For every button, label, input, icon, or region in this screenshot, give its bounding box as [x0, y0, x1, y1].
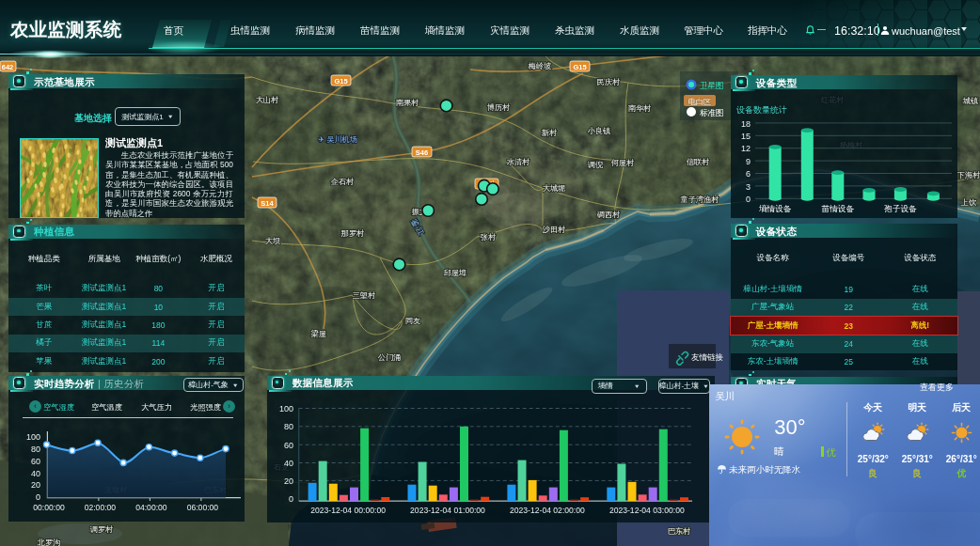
- svg-text:调倪: 调倪: [588, 161, 603, 169]
- svg-text:巴东村: 巴东村: [668, 527, 691, 536]
- svg-text:墒情设备: 墒情设备: [758, 204, 792, 213]
- svg-text:2023-12-04 01:00:00: 2023-12-04 01:00:00: [410, 505, 485, 514]
- svg-text:调罗村: 调罗村: [90, 525, 114, 534]
- svg-text:大城堀: 大城堀: [543, 184, 566, 193]
- svg-text:碉西村: 碉西村: [596, 211, 621, 219]
- svg-text:同友: 同友: [405, 317, 420, 325]
- svg-text:20: 20: [284, 476, 293, 485]
- svg-text:信联村: 信联村: [687, 158, 710, 166]
- svg-text:小良镇: 小良镇: [588, 127, 611, 135]
- svg-text:友情链接: 友情链接: [691, 352, 724, 362]
- svg-text:上饮: 上饮: [960, 198, 977, 207]
- svg-text:3: 3: [746, 182, 751, 192]
- svg-text:电白区: 电白区: [688, 98, 712, 106]
- svg-text:40: 40: [31, 469, 40, 478]
- svg-text:0: 0: [289, 494, 293, 504]
- svg-text:博历村: 博历村: [487, 103, 511, 112]
- svg-text:80: 80: [284, 422, 293, 431]
- svg-text:民庆村: 民庆村: [597, 78, 621, 86]
- svg-text:童子湾渔村: 童子湾渔村: [680, 195, 719, 204]
- svg-text:北罗沟: 北罗沟: [37, 538, 61, 546]
- svg-text:邱屋埠: 邱屋埠: [444, 269, 467, 277]
- svg-text:G15: G15: [334, 77, 347, 86]
- svg-text:60: 60: [31, 457, 40, 466]
- svg-text:南果村: 南果村: [396, 99, 419, 107]
- svg-text:大坝: 大坝: [265, 237, 280, 245]
- svg-text:100: 100: [279, 404, 293, 413]
- svg-text:15: 15: [741, 132, 751, 141]
- svg-text:G15: G15: [573, 63, 586, 71]
- svg-text:✈ 吴川机场: ✈ 吴川机场: [318, 135, 357, 144]
- svg-text:标准图: 标准图: [700, 108, 724, 117]
- svg-text:06:00:00: 06:00:00: [187, 503, 219, 512]
- svg-text:100: 100: [26, 432, 40, 442]
- svg-text:大山村: 大山村: [256, 96, 279, 104]
- svg-text:梅岭坡: 梅岭坡: [528, 62, 552, 70]
- svg-text:12: 12: [741, 144, 751, 153]
- svg-text:9: 9: [746, 157, 751, 166]
- svg-text:60: 60: [284, 440, 293, 449]
- svg-text:02:00:00: 02:00:00: [85, 503, 117, 512]
- svg-text:卫星图: 卫星图: [700, 81, 724, 90]
- svg-text:0: 0: [746, 195, 751, 204]
- svg-text:2023-12-04 03:00:00: 2023-12-04 03:00:00: [609, 505, 685, 514]
- svg-text:04:00:00: 04:00:00: [135, 503, 167, 512]
- svg-text:新村: 新村: [542, 129, 557, 137]
- svg-text:S46: S46: [416, 148, 428, 157]
- svg-text:6: 6: [746, 169, 751, 179]
- svg-text:公门涌: 公门涌: [378, 353, 402, 362]
- svg-text:南华村: 南华村: [628, 104, 652, 113]
- svg-text:张村: 张村: [481, 233, 496, 242]
- svg-text:企石村: 企石村: [331, 178, 355, 186]
- svg-text:20: 20: [31, 481, 40, 491]
- svg-text:18: 18: [741, 119, 751, 129]
- svg-text:00:00:00: 00:00:00: [33, 503, 65, 512]
- svg-text:那罗村: 那罗村: [340, 229, 365, 238]
- svg-text:2023-12-04 02:00:00: 2023-12-04 02:00:00: [510, 505, 585, 514]
- svg-text:2023-12-04 00:00:00: 2023-12-04 00:00:00: [310, 505, 386, 514]
- svg-text:苗情设备: 苗情设备: [822, 204, 855, 213]
- svg-text:城镇: 城镇: [962, 97, 978, 105]
- svg-text:S14: S14: [261, 199, 274, 208]
- svg-text:642: 642: [2, 63, 14, 71]
- svg-text:何屋村: 何屋村: [611, 159, 635, 167]
- svg-text:沙田村: 沙田村: [543, 226, 566, 234]
- svg-text:三塱村: 三塱村: [353, 291, 376, 300]
- svg-text:80: 80: [31, 445, 40, 454]
- svg-text:梁屋: 梁屋: [311, 329, 326, 338]
- svg-text:40: 40: [284, 459, 293, 468]
- svg-text:下海村: 下海村: [957, 171, 980, 179]
- svg-text:水清村: 水清村: [507, 158, 530, 166]
- svg-text:0: 0: [36, 492, 40, 502]
- svg-text:孢子设备: 孢子设备: [883, 204, 917, 213]
